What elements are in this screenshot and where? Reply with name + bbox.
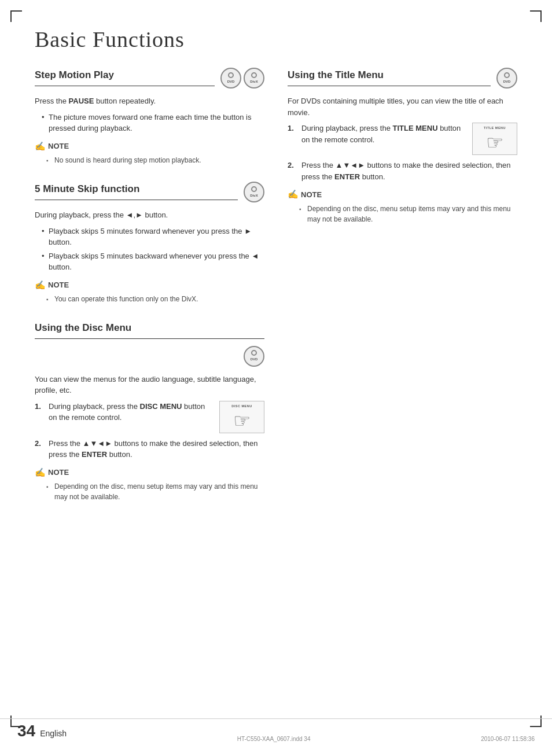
footer: 34 English HT-C550-XAA_0607.indd 34 2010… (0, 718, 552, 743)
title-menu-step-1-text: During playback, press the TITLE MENU bu… (301, 124, 461, 144)
step-motion-note-title: ✍ NOTE (35, 140, 264, 153)
section-title-menu: Using the Title Menu DVD For DVDs contai… (288, 68, 517, 224)
title-menu-intro: For DVDs containing multiple titles, you… (288, 95, 517, 118)
disc-menu-bold: DISC MENU (140, 402, 182, 411)
step-motion-note-label: NOTE (48, 141, 69, 152)
disc-menu-intro: You can view the menus for the audio lan… (35, 374, 264, 396)
disc-menu-remote-label: DISC MENU (231, 404, 252, 408)
note-icon-3: ✍ (35, 466, 46, 480)
step-motion-bullet-1: The picture moves forward one frame each… (42, 112, 264, 134)
pause-bold: PAUSE (69, 97, 94, 105)
five-minute-note-label: NOTE (48, 279, 69, 291)
footer-date: 2010-06-07 11:58:36 (481, 735, 535, 743)
step-motion-note-list: No sound is heard during step motion pla… (35, 155, 264, 165)
title-menu-remote: TITLE MENU ☞ (472, 123, 517, 155)
page-title: Basic Functions (35, 23, 517, 56)
title-menu-note-list: Depending on the disc, menu setup items … (288, 204, 517, 224)
title-menu-bold: TITLE MENU (393, 124, 438, 132)
left-column: Step Motion Play DVD DivX Press the PAUS… (35, 68, 264, 518)
five-minute-intro: During playback, press the ◄,► button. (35, 209, 264, 221)
disc-menu-note-label: NOTE (48, 467, 69, 478)
dvd-badge-disc-inner (251, 350, 257, 356)
step-motion-bullets: The picture moves forward one frame each… (35, 112, 264, 134)
five-minute-bullet-1: Playback skips 5 minutes forward wheneve… (42, 226, 264, 248)
step-motion-intro: Press the PAUSE button repeatedly. (35, 95, 264, 107)
title-menu-hand-icon: ☞ (486, 132, 503, 152)
disc-menu-note: ✍ NOTE Depending on the disc, menu setup… (35, 466, 264, 503)
title-menu-step-2-num: 2. (288, 160, 297, 171)
disc-enter-bold: ENTER (82, 450, 107, 459)
page-number: 34 (17, 719, 35, 743)
divx-badge-2: DivX (244, 182, 264, 202)
dvd-badge-title-label: DVD (503, 79, 511, 84)
disc-menu-note-1: Depending on the disc, menu setup items … (46, 481, 264, 502)
five-minute-bullets: Playback skips 5 minutes forward wheneve… (35, 226, 264, 273)
footer-filename: HT-C550-XAA_0607.indd 34 (237, 735, 311, 743)
dvd-badge: DVD (220, 68, 241, 88)
disc-menu-hand-icon: ☞ (233, 411, 251, 430)
five-minute-skip-title: 5 Minute Skip function (35, 182, 238, 200)
five-minute-badge: DivX (244, 182, 264, 202)
five-minute-note: ✍ NOTE You can operate this function onl… (35, 279, 264, 305)
disc-menu-step-1-content: DISC MENU ☞ During playback, press the D… (49, 401, 264, 433)
disc-menu-badge: DVD (35, 346, 264, 367)
title-menu-steps: 1. TITLE MENU ☞ During playback, press t… (288, 123, 517, 182)
section-five-minute-skip: 5 Minute Skip function DivX During playb… (35, 182, 264, 304)
five-minute-note-1: You can operate this function only on th… (46, 294, 264, 304)
disc-menu-note-title: ✍ NOTE (35, 466, 264, 480)
dvd-badge-title: DVD (496, 68, 517, 88)
dvd-badge-title-inner (504, 72, 510, 78)
page-number-area: 34 English (17, 719, 67, 743)
title-menu-title: Using the Title Menu (288, 68, 491, 86)
disc-menu-step-2-num: 2. (35, 438, 44, 449)
disc-menu-note-list: Depending on the disc, menu setup items … (35, 481, 264, 502)
step-motion-badges: DVD DivX (220, 68, 264, 88)
title-menu-badge: DVD (496, 68, 517, 88)
right-column: Using the Title Menu DVD For DVDs contai… (288, 68, 517, 518)
title-menu-note-1: Depending on the disc, menu setup items … (299, 204, 517, 224)
step-motion-play-title: Step Motion Play (35, 68, 215, 86)
divx-badge: DivX (244, 68, 264, 88)
dvd-badge-disc: DVD (244, 346, 264, 367)
title-menu-step-1: 1. TITLE MENU ☞ During playback, press t… (288, 123, 517, 155)
five-minute-note-title: ✍ NOTE (35, 279, 264, 292)
title-menu-step-2-text: Press the ▲▼◄► buttons to make the desir… (301, 160, 517, 182)
disc-menu-title: Using the Disc Menu (35, 320, 264, 339)
title-menu-step-1-num: 1. (288, 123, 297, 134)
title-enter-bold: ENTER (334, 172, 360, 181)
title-menu-note-label: NOTE (301, 189, 322, 201)
title-menu-step-2: 2. Press the ▲▼◄► buttons to make the de… (288, 160, 517, 182)
disc-menu-step-1-text: During playback, press the DISC MENU but… (49, 402, 205, 422)
disc-menu-remote: DISC MENU ☞ (219, 401, 264, 433)
corner-mark-tr (530, 10, 542, 22)
disc-menu-step-1-num: 1. (35, 401, 44, 412)
title-menu-step-1-with-remote: TITLE MENU ☞ During playback, press the … (301, 123, 517, 155)
section-step-motion-play: Step Motion Play DVD DivX Press the PAUS… (35, 68, 264, 165)
divx-badge-label: DivX (250, 79, 257, 84)
disc-menu-steps: 1. DISC MENU ☞ During playback, press th… (35, 401, 264, 460)
page-language: English (40, 728, 67, 740)
dvd-badge-inner (228, 72, 234, 78)
two-column-layout: Step Motion Play DVD DivX Press the PAUS… (35, 68, 517, 518)
disc-menu-step-1: 1. DISC MENU ☞ During playback, press th… (35, 401, 264, 433)
corner-mark-tl (10, 10, 22, 22)
five-minute-note-list: You can operate this function only on th… (35, 294, 264, 304)
five-minute-bullet-2: Playback skips 5 minutes backward whenev… (42, 250, 264, 273)
note-icon-4: ✍ (288, 188, 299, 201)
disc-menu-step-1-with-remote: DISC MENU ☞ During playback, press the D… (49, 401, 264, 433)
step-motion-note-1: No sound is heard during step motion pla… (46, 155, 264, 165)
disc-menu-step-2: 2. Press the ▲▼◄► buttons to make the de… (35, 438, 264, 460)
note-icon-1: ✍ (35, 140, 46, 153)
dvd-badge-disc-label: DVD (251, 357, 258, 362)
divx-badge-2-label: DivX (250, 193, 257, 198)
title-menu-step-1-content: TITLE MENU ☞ During playback, press the … (301, 123, 517, 155)
step-motion-note: ✍ NOTE No sound is heard during step mot… (35, 140, 264, 166)
divx-badge-inner (251, 72, 257, 78)
divx-badge-2-inner (251, 186, 257, 192)
dvd-badge-label: DVD (227, 79, 235, 84)
title-menu-note: ✍ NOTE Depending on the disc, menu setup… (288, 188, 517, 224)
note-icon-2: ✍ (35, 279, 46, 292)
page: Basic Functions Step Motion Play DVD Div (0, 0, 552, 756)
section-disc-menu: Using the Disc Menu DVD You can view the… (35, 320, 264, 502)
title-menu-note-title: ✍ NOTE (288, 188, 517, 201)
